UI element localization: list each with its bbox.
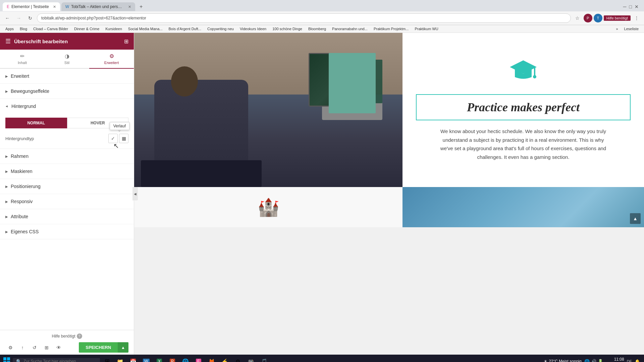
- save-button[interactable]: SPEICHERN: [79, 342, 118, 353]
- leseliste-bookmark[interactable]: Leseliste: [622, 26, 641, 32]
- bookmark-apps[interactable]: Apps: [3, 26, 16, 32]
- castle-icon: 🏰: [258, 197, 279, 218]
- taskbar-app-word[interactable]: W: [140, 355, 153, 362]
- reload-button[interactable]: ↻: [25, 13, 35, 23]
- taskbar-app-browser2[interactable]: 🌐: [179, 355, 192, 362]
- bookmark-video[interactable]: Videokurs Ideen: [237, 26, 269, 32]
- windows-taskbar: 🔍 ⊞ 📁 📅 W X P 🌐 E 🦊 ⚡ ⚙ 🎮 🎵 ☀ 22°C Meist…: [0, 355, 644, 362]
- hintergrundtyp-gradient-button[interactable]: ▦ Verlauf: [119, 134, 128, 143]
- help-circle-icon[interactable]: ?: [77, 334, 82, 339]
- history-icon-btn[interactable]: ↺: [30, 343, 40, 353]
- taskbar-app-game[interactable]: 🎮: [245, 355, 257, 362]
- browser-title-bar: E Elementor | Testseite ✕ W TobiTalk – A…: [0, 0, 644, 11]
- tab2-favicon: W: [65, 4, 69, 9]
- section-maskieren-header[interactable]: ▶ Maskieren: [0, 164, 134, 179]
- minimize-button[interactable]: ─: [623, 4, 627, 9]
- bookmark-dinner[interactable]: Dinner & Crime: [71, 26, 102, 32]
- bookmark-panorama[interactable]: Panoramabahn und...: [329, 26, 370, 32]
- section-bewegung-header[interactable]: ▶ Bewegungseffekte: [0, 84, 134, 99]
- address-bar[interactable]: tobitalk.at/wp-admin/post.php?post=627&a…: [37, 13, 571, 23]
- taskbar-app-calendar[interactable]: 📅: [127, 355, 140, 362]
- section-maskieren-label: Maskieren: [11, 169, 33, 174]
- bookmark-social[interactable]: Social Media Mana...: [125, 26, 165, 32]
- bookmark-cload[interactable]: Cload – Canva Bilder: [31, 26, 71, 32]
- responsive-icon-btn[interactable]: ⊞: [42, 343, 52, 353]
- browser-tab-inactive[interactable]: W TobiTalk – Aktien und persönlich... ✕: [61, 2, 135, 11]
- browser-tab-active[interactable]: E Elementor | Testseite ✕: [3, 2, 60, 11]
- bookmark-praktikum1[interactable]: Praktikum Projektm...: [371, 26, 412, 32]
- section-maskieren: ▶ Maskieren: [0, 164, 134, 179]
- bookmark-bois[interactable]: Bois d'Argent Duft...: [166, 26, 204, 32]
- taskbar-app-settings[interactable]: ⚙: [231, 355, 244, 362]
- bookmark-blog[interactable]: Blog: [17, 26, 30, 32]
- taskbar-app-powerpoint[interactable]: P: [166, 355, 179, 362]
- bookmark-copy[interactable]: Copywriting neu: [205, 26, 236, 32]
- section-positionierung-label: Positionierung: [11, 184, 41, 189]
- save-arrow-button[interactable]: ▲: [118, 342, 128, 353]
- menu-button[interactable]: ⋮: [632, 13, 641, 23]
- task-view-btn[interactable]: ⊞: [101, 355, 113, 362]
- section-positionierung-header[interactable]: ▶ Positionierung: [0, 179, 134, 194]
- notification-button[interactable]: 🔔: [635, 359, 640, 362]
- taskbar-app-firefox[interactable]: 🦊: [205, 355, 218, 362]
- section-responsiv-label: Responsiv: [11, 199, 33, 204]
- bottom-section: 🏰 ▲: [134, 187, 644, 227]
- stil-label: Stil: [64, 61, 69, 65]
- section-attribute-header[interactable]: ▶ Attribute: [0, 209, 134, 224]
- bookmark-kursideen[interactable]: Kursideen: [103, 26, 125, 32]
- bookmark-star[interactable]: ☆: [573, 13, 582, 23]
- forward-button[interactable]: →: [14, 13, 23, 23]
- tab2-close-icon[interactable]: ✕: [128, 5, 131, 9]
- bookmark-100[interactable]: 100 schöne Dinge: [270, 26, 305, 32]
- back-button[interactable]: ←: [3, 13, 12, 23]
- section-rahmen-label: Rahmen: [11, 154, 29, 159]
- start-button[interactable]: [1, 356, 12, 362]
- tab-normal[interactable]: NORMAL: [5, 118, 67, 128]
- section-hintergrund-header[interactable]: ▼ Hintergrund: [0, 99, 134, 114]
- extensions-button[interactable]: P: [584, 14, 592, 22]
- upload-icon-btn[interactable]: ↑: [17, 343, 28, 353]
- tab-stil[interactable]: ◑ Stil: [45, 50, 89, 68]
- taskbar-app-spotify[interactable]: 🎵: [258, 355, 270, 362]
- tab-erweitert[interactable]: ⚙ Erweitert: [89, 50, 134, 69]
- section-responsiv-header[interactable]: ▶ Responsiv: [0, 194, 134, 209]
- bookmarks-more[interactable]: »: [613, 26, 621, 32]
- maximize-button[interactable]: □: [629, 4, 632, 9]
- taskbar-app-elementor[interactable]: E: [192, 355, 205, 362]
- weather-icon: ☀: [544, 359, 547, 362]
- tab-add-button[interactable]: +: [137, 2, 146, 11]
- section-eigenes-css: ▶ Eigenes CSS: [0, 224, 134, 239]
- bookmark-praktikum2[interactable]: Praktikum WU: [412, 26, 441, 32]
- tab-close-icon[interactable]: ✕: [53, 5, 56, 9]
- svg-marker-0: [510, 60, 537, 74]
- section-rahmen-header[interactable]: ▶ Rahmen: [0, 149, 134, 164]
- tab-inhalt[interactable]: ✏ Inhalt: [0, 50, 45, 68]
- verlauf-tooltip: Verlauf: [110, 122, 129, 130]
- scroll-top-button[interactable]: ▲: [630, 213, 641, 224]
- sidebar-panel: ☰ Überschrift bearbeiten ⊞ ✏ Inhalt ◑ St…: [0, 33, 134, 355]
- taskbar-app-excel[interactable]: X: [153, 355, 166, 362]
- close-button[interactable]: ✕: [635, 4, 639, 9]
- bookmark-bloomberg[interactable]: Bloomberg: [306, 26, 329, 32]
- section-eigenes-css-header[interactable]: ▶ Eigenes CSS: [0, 224, 134, 239]
- preview-icon-btn[interactable]: 👁: [54, 343, 64, 353]
- sidebar-menu-icon[interactable]: ☰: [5, 38, 11, 45]
- taskbar-app-chrome[interactable]: ⚡: [218, 355, 231, 362]
- sidebar-footer: Hilfe benötigt ? ⚙ ↑ ↺ ⊞ 👁 SPEICHERN ▲: [0, 330, 134, 355]
- tab-favicon: E: [7, 4, 9, 9]
- taskbar-system-icons[interactable]: 🌐 🔊 🔋: [584, 359, 603, 362]
- taskbar-apps: ⊞ 📁 📅 W X P 🌐 E 🦊 ⚡ ⚙ 🎮 🎵: [101, 355, 270, 362]
- profile-button[interactable]: T: [594, 14, 602, 22]
- chevron-eigenes-css: ▶: [5, 230, 8, 234]
- hintergrundtyp-check-button[interactable]: ✓: [108, 134, 118, 143]
- taskbar-clock[interactable]: 11:08 03.08.2021: [606, 357, 624, 362]
- sidebar-grid-icon[interactable]: ⊞: [124, 38, 128, 45]
- taskbar-search-input[interactable]: [23, 359, 91, 362]
- settings-icon-btn[interactable]: ⚙: [5, 343, 15, 353]
- taskbar-app-explorer[interactable]: 📁: [114, 355, 126, 362]
- sidebar-collapse-arrow[interactable]: ◀: [132, 187, 138, 200]
- section-erweitert-header[interactable]: ▶ Erweitert: [0, 69, 134, 83]
- weather-text: 22°C Meist sonnig: [549, 359, 582, 362]
- taskbar-search[interactable]: 🔍: [13, 358, 100, 362]
- chevron-bewegung: ▶: [5, 89, 8, 93]
